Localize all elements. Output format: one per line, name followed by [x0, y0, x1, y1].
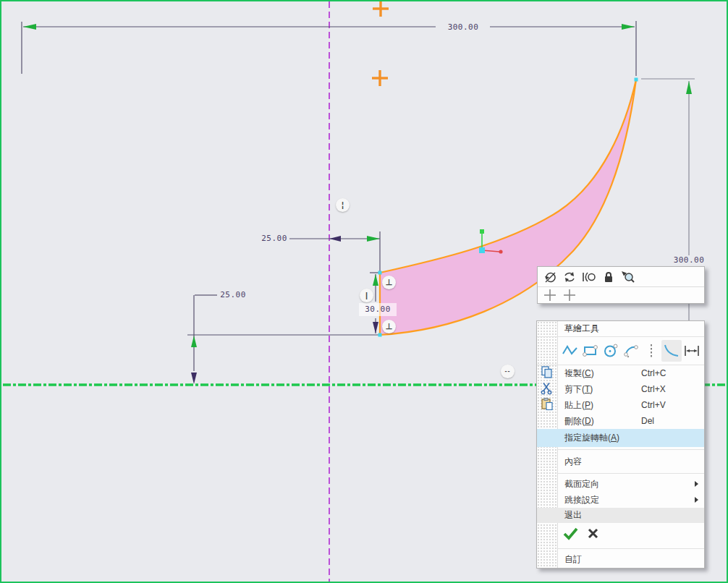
menu-item-exit[interactable]: 退出 — [537, 508, 704, 523]
arrow-right-green2 — [367, 236, 380, 242]
menu-item-customize[interactable]: 自訂 — [537, 550, 704, 568]
circle-icon[interactable] — [601, 340, 621, 362]
fit-view-icon[interactable] — [581, 269, 597, 285]
mini-toolbar-row1 — [538, 267, 704, 287]
orient-view-icon[interactable] — [562, 269, 577, 285]
vertical-constraint-icon[interactable]: | — [360, 289, 373, 302]
zoom-select-icon[interactable] — [620, 269, 636, 285]
arrow-left-dark — [329, 236, 341, 242]
perpendicular-constraint-icon[interactable]: ⊥ — [382, 276, 396, 289]
dim-label-edge-height[interactable]: 30.00 — [359, 303, 397, 316]
collinear-constraint-icon[interactable]: -- — [501, 365, 515, 378]
confirm-cancel-row — [537, 523, 704, 547]
shortcut: Ctrl+X — [641, 384, 666, 394]
menu-item-jump-settings[interactable]: 跳接設定 — [537, 492, 704, 508]
shortcut: Ctrl+C — [641, 368, 666, 378]
lock-icon[interactable] — [601, 269, 617, 285]
menu-item-delete[interactable]: 刪除(D) Del — [537, 413, 704, 429]
sketch-viewport: 300.00 300.00 25.00 25.00 30.00 ⊥ ⊥ | ¦ … — [0, 0, 728, 583]
shortcut: Ctrl+V — [641, 400, 666, 410]
plus-icon-2[interactable] — [562, 287, 577, 303]
arrow-up-green2 — [191, 336, 197, 347]
submenu-arrow-icon — [695, 481, 698, 487]
dimension-icon[interactable] — [682, 340, 702, 362]
arrow-up-green — [686, 81, 692, 94]
cancel-x-icon[interactable] — [588, 528, 598, 542]
menu-title: 草繪工具 — [537, 321, 704, 337]
rectangle-icon[interactable] — [580, 340, 601, 362]
sketch-tools-row — [537, 337, 704, 365]
fillet-curve-icon[interactable] — [661, 340, 682, 362]
reference-cross-markers[interactable] — [372, 1, 389, 86]
mini-toolbar-row2 — [538, 287, 704, 303]
dim-label-top-width[interactable]: 300.00 — [443, 22, 483, 33]
plus-icon-1[interactable] — [542, 287, 558, 303]
sketch-context-menu: 草繪工具 — [536, 320, 705, 569]
dim-label-upper-offset[interactable]: 25.00 — [256, 234, 292, 244]
rotate-icon[interactable] — [542, 269, 558, 285]
arrow-down-dark — [191, 373, 197, 384]
dim-label-right-height[interactable]: 300.00 — [669, 255, 709, 265]
perpendicular-constraint-icon[interactable]: ⊥ — [382, 320, 396, 333]
submenu-arrow-icon — [695, 497, 698, 503]
arrow-down-dark2 — [373, 322, 378, 333]
arc-icon[interactable] — [621, 340, 641, 362]
menu-item-cut[interactable]: 剪下(T) Ctrl+X — [537, 381, 704, 397]
divider-icon — [641, 340, 661, 362]
shortcut: Del — [641, 416, 654, 426]
ok-check-icon[interactable] — [563, 527, 579, 543]
arrow-up-green3 — [373, 274, 378, 286]
paste-icon — [541, 398, 554, 413]
profile-icon[interactable] — [560, 340, 580, 362]
vertical-constraint-icon[interactable]: ¦ — [336, 198, 350, 212]
menu-item-copy[interactable]: 複製(C) Ctrl+C — [537, 365, 704, 381]
view-mini-toolbar — [537, 266, 705, 304]
menu-separator — [537, 471, 704, 476]
menu-separator — [537, 447, 704, 452]
dimension-lower-offset — [187, 295, 380, 371]
arrow-right-green — [622, 24, 635, 30]
menu-item-paste[interactable]: 貼上(P) Ctrl+V — [537, 397, 704, 413]
scissors-icon — [541, 382, 554, 397]
menu-item-assign-rotation-axis[interactable]: 指定旋轉軸(A) — [537, 429, 704, 447]
copy-icon — [541, 366, 554, 381]
menu-item-properties[interactable]: 內容 — [537, 452, 704, 471]
dim-label-lower-offset[interactable]: 25.00 — [215, 290, 251, 300]
menu-item-section-orientation[interactable]: 截面定向 — [537, 476, 704, 492]
arrow-left-green — [23, 24, 36, 30]
